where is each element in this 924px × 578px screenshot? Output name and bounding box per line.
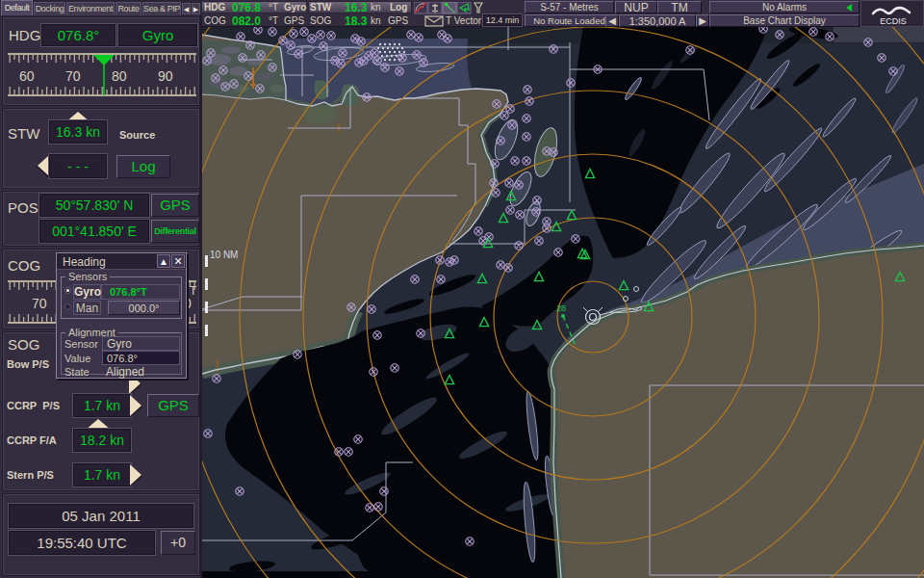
svg-text:ECDIS: ECDIS xyxy=(880,16,907,26)
svg-text:80: 80 xyxy=(112,68,127,84)
svg-text:90: 90 xyxy=(158,68,173,84)
svg-text:28: 28 xyxy=(556,303,566,313)
svg-text:70: 70 xyxy=(32,296,47,311)
svg-text:70: 70 xyxy=(65,68,81,84)
svg-text:10 NM: 10 NM xyxy=(210,250,238,260)
svg-text:60: 60 xyxy=(19,68,35,84)
